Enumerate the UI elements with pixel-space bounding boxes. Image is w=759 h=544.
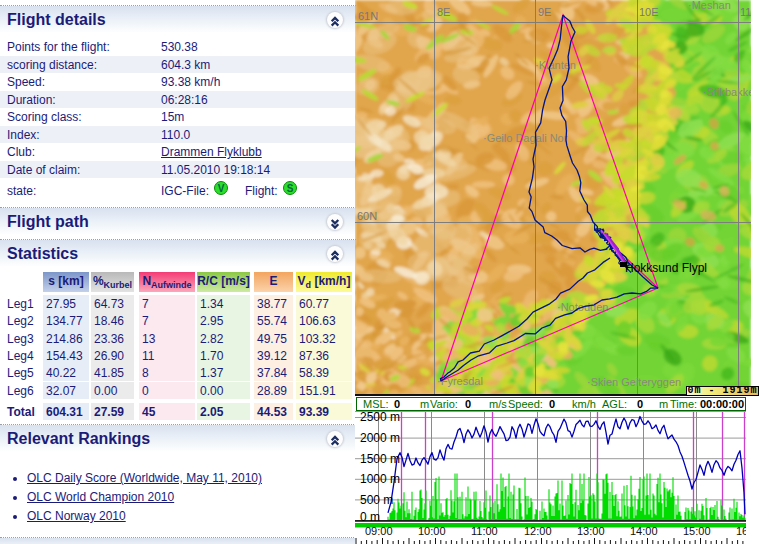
svg-text:·Stikbakke: ·Stikbakke	[703, 86, 751, 98]
svg-text:15:00: 15:00	[683, 525, 711, 537]
svg-text:16:: 16:	[736, 525, 746, 537]
svg-text:2500 m: 2500 m	[360, 411, 400, 424]
svg-text:11: 11	[740, 6, 751, 18]
svg-text:0 m: 0 m	[360, 510, 380, 524]
svg-text:1500 m: 1500 m	[360, 452, 400, 466]
svg-text:09:00: 09:00	[365, 525, 393, 537]
svg-text:2000 m: 2000 m	[360, 431, 400, 445]
svg-text:60N: 60N	[357, 210, 377, 222]
svg-text:11:00: 11:00	[471, 525, 498, 537]
svg-text:·Skien Geiteryggen: ·Skien Geiteryggen	[587, 376, 681, 388]
svg-text:13:00: 13:00	[577, 525, 605, 537]
svg-text:10:00: 10:00	[418, 525, 446, 537]
svg-text:9E: 9E	[538, 6, 551, 18]
svg-text:500 m: 500 m	[360, 493, 393, 507]
svg-text:14:00: 14:00	[630, 525, 658, 537]
svg-text:8E: 8E	[437, 6, 450, 18]
svg-text:·Geilo Dagali Nor: ·Geilo Dagali Nor	[483, 132, 568, 144]
svg-text:Hokksund Flypl: Hokksund Flypl	[625, 261, 707, 275]
svg-text:1000 m: 1000 m	[360, 472, 400, 486]
svg-text:·Meshan: ·Meshan	[688, 0, 731, 11]
svg-text:10E: 10E	[639, 6, 659, 18]
svg-text:61N: 61N	[358, 10, 378, 22]
svg-text:·Klanten: ·Klanten	[535, 59, 576, 71]
svg-text:12:00: 12:00	[524, 525, 552, 537]
